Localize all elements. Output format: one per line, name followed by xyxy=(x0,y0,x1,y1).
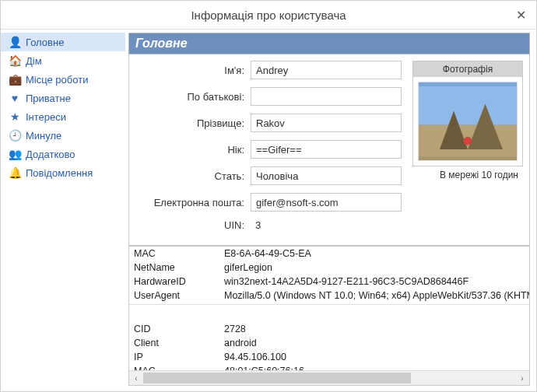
details-row[interactable]: MAC48:01:C5:60:76:16 xyxy=(129,364,529,370)
details-row[interactable]: UserAgentMozilla/5.0 (Windows NT 10.0; W… xyxy=(129,289,529,303)
uin-label: UIN: xyxy=(135,219,251,231)
sidebar-item-4[interactable]: ★Інтереси xyxy=(1,107,125,126)
details-value: win32next-14A2A5D4-9127-E211-96C3-5C9AD8… xyxy=(219,276,529,287)
details-value: 2728 xyxy=(219,324,529,334)
details-row[interactable]: IP94.45.106.100 xyxy=(129,350,529,364)
window-title: Інформація про користувача xyxy=(191,9,346,22)
sidebar-item-label: Додатково xyxy=(26,149,75,160)
nick-label: Нік: xyxy=(135,144,251,156)
sidebar-item-label: Головне xyxy=(26,37,64,48)
sidebar-item-2[interactable]: 💼Місце роботи xyxy=(1,70,125,89)
details-value: Mozilla/5.0 (Windows NT 10.0; Win64; x64… xyxy=(219,290,529,301)
form-panel: Ім'я: По батькові: Прізвище: Нік: Стать:… xyxy=(128,54,530,246)
details-panel: MACE8-6A-64-49-C5-EANetNamegiferLegionHa… xyxy=(128,246,530,386)
online-status: В мережі 10 годин xyxy=(412,166,523,184)
email-input[interactable] xyxy=(251,193,402,212)
home-icon: 🏠 xyxy=(9,54,21,67)
sidebar-item-0[interactable]: 👤Головне xyxy=(1,33,125,51)
details-key: HardwareID xyxy=(129,276,219,287)
panel-title: Головне xyxy=(128,33,530,54)
star-icon: ★ xyxy=(9,110,21,123)
people-icon: 👥 xyxy=(9,148,21,160)
horizontal-scrollbar[interactable]: ‹ › xyxy=(129,370,529,385)
sidebar-item-3[interactable]: ♥Приватне xyxy=(1,89,125,107)
briefcase-icon: 💼 xyxy=(9,73,21,86)
user-photo[interactable] xyxy=(418,82,518,161)
details-key: MAC xyxy=(129,248,219,259)
details-key: CID xyxy=(129,324,219,334)
details-row[interactable]: Clientandroid xyxy=(129,336,529,350)
chevron-left-icon: ‹ xyxy=(135,374,137,383)
sidebar: 👤Головне🏠Дім💼Місце роботи♥Приватне★Інтер… xyxy=(1,30,125,392)
details-row[interactable]: NetNamegiferLegion xyxy=(129,261,529,275)
gender-label: Стать: xyxy=(135,170,251,182)
name-label: Ім'я: xyxy=(135,65,251,76)
sidebar-item-5[interactable]: 🕘Минуле xyxy=(1,126,125,145)
patronymic-label: По батькові: xyxy=(135,91,251,103)
details-key: UserAgent xyxy=(129,290,219,301)
sidebar-item-7[interactable]: 🔔Повідомлення xyxy=(1,163,125,182)
sidebar-item-1[interactable]: 🏠Дім xyxy=(1,51,125,70)
chevron-right-icon: › xyxy=(521,374,523,383)
sidebar-item-6[interactable]: 👥Додатково xyxy=(1,145,125,163)
sidebar-item-label: Місце роботи xyxy=(26,74,88,86)
email-label: Електронна пошта: xyxy=(135,197,251,208)
surname-input[interactable] xyxy=(251,114,402,132)
close-icon: ✕ xyxy=(516,8,526,23)
scroll-track[interactable] xyxy=(143,373,515,383)
details-row[interactable]: MACE8-6A-64-49-C5-EA xyxy=(129,247,529,261)
form: Ім'я: По батькові: Прізвище: Нік: Стать:… xyxy=(135,61,406,239)
gender-input[interactable] xyxy=(251,166,402,185)
scroll-left-button[interactable]: ‹ xyxy=(129,371,143,385)
details-value: 94.45.106.100 xyxy=(219,352,529,362)
main-panel: Головне Ім'я: По батькові: Прізвище: Нік… xyxy=(125,30,536,392)
details-row[interactable]: CID2728 xyxy=(129,322,529,336)
uin-value: 3 xyxy=(251,219,261,231)
sidebar-item-label: Повідомлення xyxy=(26,167,93,179)
bell-icon: 🔔 xyxy=(9,166,21,179)
patronymic-input[interactable] xyxy=(251,87,402,106)
sidebar-item-label: Приватне xyxy=(26,93,71,104)
surname-label: Прізвище: xyxy=(135,117,251,129)
name-input[interactable] xyxy=(251,61,402,79)
sidebar-item-label: Минуле xyxy=(26,130,61,142)
details-row[interactable]: HardwareIDwin32next-14A2A5D4-9127-E211-9… xyxy=(129,275,529,289)
details-key: Client xyxy=(129,338,219,348)
details-value: E8-6A-64-49-C5-EA xyxy=(219,248,529,259)
details-value: giferLegion xyxy=(219,262,529,273)
sidebar-item-label: Інтереси xyxy=(26,111,66,123)
details-separator xyxy=(129,304,529,322)
svg-point-4 xyxy=(464,137,472,145)
scroll-thumb[interactable] xyxy=(143,373,411,383)
photo-placeholder-icon xyxy=(419,82,517,160)
details-value: android xyxy=(219,338,529,348)
sidebar-item-label: Дім xyxy=(26,55,42,67)
clock-icon: 🕘 xyxy=(9,129,21,142)
svg-rect-0 xyxy=(419,86,517,125)
titlebar: Інформація про користувача ✕ xyxy=(1,1,536,30)
person-icon: 👤 xyxy=(9,36,21,48)
details-key: IP xyxy=(129,352,219,362)
heart-icon: ♥ xyxy=(9,92,21,104)
details-key: NetName xyxy=(129,262,219,273)
photo-box: Фотографія xyxy=(412,61,523,166)
photo-title: Фотографія xyxy=(413,61,522,77)
details-grid[interactable]: MACE8-6A-64-49-C5-EANetNamegiferLegionHa… xyxy=(129,247,529,370)
nick-input[interactable] xyxy=(251,140,402,159)
scroll-right-button[interactable]: › xyxy=(515,371,529,385)
close-button[interactable]: ✕ xyxy=(505,1,536,29)
user-info-window: Інформація про користувача ✕ 👤Головне🏠Ді… xyxy=(0,0,537,392)
